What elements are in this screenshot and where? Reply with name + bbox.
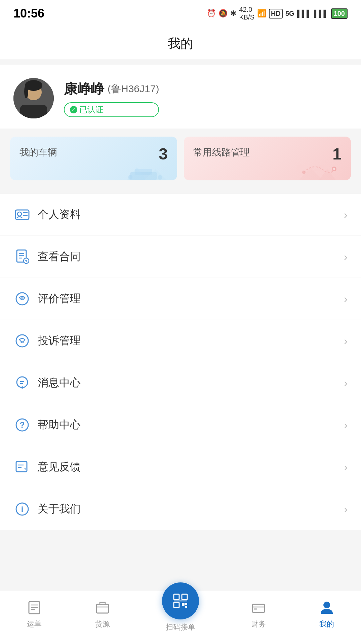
menu-item-feedback-label: 意见反馈 [38, 460, 344, 474]
chevron-right-icon: › [344, 377, 348, 389]
menu-item-help-center-label: 帮助中心 [38, 418, 344, 432]
alarm-icon: ⏰ [207, 9, 216, 18]
menu-item-review-mgmt-label: 评价管理 [38, 291, 344, 306]
nav-item-scan[interactable]: 扫码接单 [155, 593, 206, 636]
menu-item-complaint-mgmt-label: 投诉管理 [38, 333, 344, 348]
contract-icon [13, 248, 31, 265]
svg-rect-46 [174, 602, 179, 608]
avatar [13, 78, 54, 118]
svg-rect-45 [174, 594, 179, 600]
review-icon [13, 290, 31, 308]
mine-nav-icon [318, 599, 335, 616]
svg-rect-35 [16, 462, 27, 472]
verified-check-icon: ✓ [70, 106, 77, 113]
battery-icon: 100 [331, 8, 348, 19]
verified-label: 已认证 [79, 104, 104, 115]
profile-info-section: 康峥峥 (鲁H36J17) ✓ 已认证 [64, 80, 159, 117]
status-icons: ⏰ 🔕 ✱ 42.0KB/S 📶 HD 5G ▌▌▌ ▌▌▌ 100 [207, 6, 348, 21]
svg-point-30 [17, 377, 28, 388]
nav-item-waybill[interactable]: 运单 [19, 596, 50, 633]
id-card-icon [13, 206, 31, 223]
nav-item-cargo[interactable]: 货源 [87, 596, 118, 633]
routes-card[interactable]: 常用线路管理 1 [184, 137, 351, 180]
vehicles-card-label: 我的车辆 [19, 147, 57, 157]
menu-item-complaint-mgmt[interactable]: 投诉管理 › [0, 320, 361, 362]
chevron-right-icon: › [344, 503, 348, 515]
vehicles-card-bg-icon [127, 162, 167, 180]
routes-card-bg-icon [297, 159, 341, 180]
nav-cargo-label: 货源 [95, 619, 110, 629]
vehicles-card-count: 3 [159, 145, 168, 163]
svg-rect-47 [182, 594, 187, 600]
signal-5g-icon: 5G [285, 10, 294, 17]
feedback-icon [13, 458, 31, 476]
chevron-right-icon: › [344, 461, 348, 473]
svg-point-55 [323, 602, 330, 608]
help-icon: ? [13, 416, 31, 434]
menu-item-profile-info-label: 个人资料 [38, 207, 344, 222]
mute-icon: 🔕 [218, 9, 228, 18]
nav-mine-label: 我的 [319, 619, 334, 629]
svg-point-29 [16, 335, 28, 347]
svg-marker-15 [297, 167, 324, 180]
bluetooth-icon: ✱ [230, 9, 236, 18]
complaint-icon [13, 332, 31, 350]
svg-text:?: ? [20, 420, 25, 429]
menu-item-about-us[interactable]: i 关于我们 › [0, 488, 361, 530]
svg-rect-44 [96, 604, 109, 613]
hd-icon: HD [269, 9, 283, 19]
nav-item-mine[interactable]: 我的 [311, 596, 342, 633]
scan-button[interactable] [162, 582, 199, 619]
svg-rect-49 [182, 603, 185, 606]
signal-bars-icon: ▌▌▌ [297, 10, 312, 17]
svg-point-13 [333, 168, 335, 170]
menu-item-review-mgmt[interactable]: 评价管理 › [0, 278, 361, 320]
menu-section: 个人资料 › 查看合同 › 评价管理 › [0, 194, 361, 530]
signal-bars2-icon: ▌▌▌ [314, 10, 328, 17]
avatar-image [13, 78, 54, 118]
routes-card-label: 常用线路管理 [193, 147, 250, 157]
cargo-nav-icon [94, 599, 111, 616]
menu-item-message-center[interactable]: 消息中心 › [0, 362, 361, 404]
profile-name: 康峥峥 [64, 80, 104, 98]
svg-rect-51 [185, 603, 187, 605]
page-title-bar: 我的 [0, 27, 361, 59]
svg-point-4 [24, 85, 28, 98]
chevron-right-icon: › [344, 251, 348, 263]
waybill-nav-icon [26, 599, 43, 616]
menu-item-profile-info[interactable]: 个人资料 › [0, 194, 361, 236]
finance-nav-icon [250, 599, 267, 616]
vehicles-card[interactable]: 我的车辆 3 [10, 137, 177, 180]
svg-rect-54 [254, 608, 257, 610]
cards-section: 我的车辆 3 常用线路管理 1 [0, 129, 361, 188]
message-icon [13, 374, 31, 392]
menu-item-about-us-label: 关于我们 [38, 502, 344, 516]
chevron-right-icon: › [344, 293, 348, 305]
menu-item-feedback[interactable]: 意见反馈 › [0, 446, 361, 488]
svg-text:i: i [21, 504, 24, 513]
wifi-icon: 📶 [257, 9, 266, 18]
profile-name-row: 康峥峥 (鲁H36J17) [64, 80, 159, 98]
nav-finance-label: 财务 [251, 619, 266, 629]
chevron-right-icon: › [344, 209, 348, 221]
svg-rect-50 [185, 606, 187, 608]
speed-label: 42.0KB/S [239, 6, 254, 21]
svg-point-17 [17, 212, 22, 216]
nav-scan-label: 扫码接单 [166, 622, 195, 632]
menu-item-view-contract[interactable]: 查看合同 › [0, 236, 361, 278]
menu-item-help-center[interactable]: ? 帮助中心 › [0, 404, 361, 446]
profile-section: 康峥峥 (鲁H36J17) ✓ 已认证 [0, 65, 361, 129]
menu-item-view-contract-label: 查看合同 [38, 249, 344, 264]
menu-item-message-center-label: 消息中心 [38, 375, 344, 390]
nav-waybill-label: 运单 [27, 619, 42, 629]
verified-badge: ✓ 已认证 [64, 102, 159, 117]
status-time: 10:56 [13, 6, 44, 21]
nav-item-finance[interactable]: 财务 [243, 596, 274, 633]
chevron-right-icon: › [344, 335, 348, 347]
info-icon: i [13, 500, 31, 518]
chevron-right-icon: › [344, 419, 348, 431]
svg-rect-2 [20, 105, 47, 118]
profile-plate: (鲁H36J17) [108, 82, 159, 96]
svg-point-11 [302, 171, 306, 174]
svg-point-28 [21, 296, 24, 299]
